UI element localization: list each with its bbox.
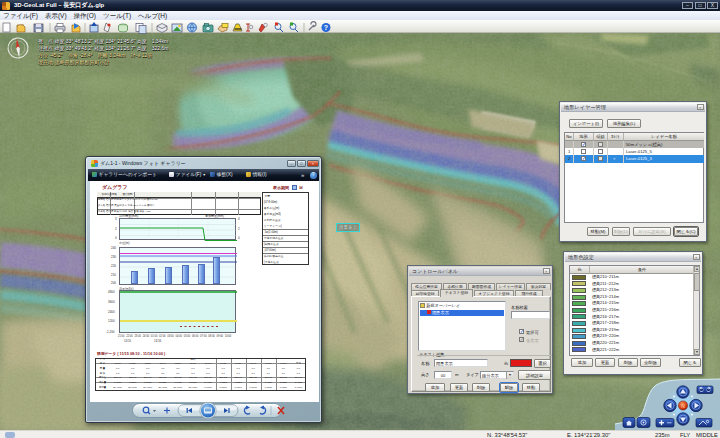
svg-text:N: N	[681, 403, 685, 409]
svg-text:?: ?	[324, 24, 328, 31]
